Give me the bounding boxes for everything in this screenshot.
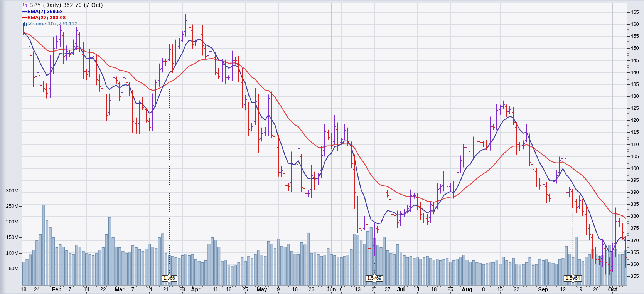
annotation-callout: 1.366 <box>162 275 177 282</box>
volume-axis-label: 200M <box>0 219 19 225</box>
date-axis-label: 14 <box>147 287 152 292</box>
ema27-swatch-icon <box>22 17 27 18</box>
volume-label: Volume 107,789,112 <box>28 21 78 27</box>
volume-axis-label: 50M <box>0 265 19 272</box>
date-axis-label: Jul <box>397 287 405 292</box>
price-axis-label: 385 <box>631 201 639 207</box>
date-axis-label: 6 <box>340 287 342 292</box>
date-axis-label: May <box>256 287 267 292</box>
annotation-callout: 1.5769 <box>365 275 383 282</box>
price-axis-label: 360 <box>631 261 639 267</box>
legend-ema27-row: EMA(27) 380.08 <box>22 14 103 20</box>
date-axis-label: 14 <box>84 287 89 292</box>
date-axis-label: 21 <box>163 287 169 292</box>
price-axis-label: 410 <box>631 141 639 148</box>
date-axis-label: 28 <box>180 287 185 292</box>
price-axis-label: 415 <box>631 129 639 135</box>
date-axis-label: 11 <box>213 287 218 292</box>
date-axis-label: 13 <box>355 287 361 292</box>
price-axis-label: 455 <box>631 33 639 39</box>
ema7-label: EMA(7) 369.58 <box>27 8 63 14</box>
price-axis-label: 430 <box>631 93 639 99</box>
date-axis-label: 7 <box>69 287 71 292</box>
date-axis-label: 25 <box>448 287 453 292</box>
price-axis-label: 405 <box>631 153 639 160</box>
date-axis-label: Oct <box>608 287 617 292</box>
date-axis-label: 25 <box>243 287 248 292</box>
legend-ema7-row: EMA(7) 369.58 <box>22 8 103 14</box>
date-axis-label: 16 <box>292 287 298 292</box>
ohlc-bars-icon <box>22 2 28 8</box>
volume-bars-icon <box>22 21 27 26</box>
price-axis-label: 380 <box>631 213 639 219</box>
date-axis-label: Mar <box>115 287 125 292</box>
date-axis-label: 22 <box>514 287 519 292</box>
price-axis-label: 460 <box>631 21 639 27</box>
price-axis-label: 375 <box>631 225 639 231</box>
price-axis-label: 365 <box>631 249 639 255</box>
price-axis-label: 425 <box>631 105 639 111</box>
top-bevel-edge <box>0 0 644 1</box>
date-axis-label: 18 <box>226 287 231 292</box>
symbol-title: SPY (Daily) 362.79 (7 Oct) <box>29 2 103 8</box>
date-axis-label: 21 <box>371 287 377 292</box>
date-axis-label: Sep <box>538 287 548 292</box>
volume-axis-label: 250M <box>0 203 19 209</box>
date-axis-label: Apr <box>191 287 200 292</box>
date-axis-label: 19 <box>577 287 582 292</box>
legend-symbol-row: SPY (Daily) 362.79 (7 Oct) <box>22 2 103 8</box>
price-axis-label: 420 <box>631 117 639 123</box>
price-axis-label: 465 <box>631 9 639 15</box>
price-volume-chart-canvas <box>0 0 644 294</box>
annotation-callout: 1.5964 <box>564 275 582 282</box>
price-axis-label: 445 <box>631 57 639 64</box>
date-axis-label: 11 <box>415 287 420 292</box>
ema7-swatch-icon <box>22 11 27 12</box>
date-axis-label: 27 <box>385 287 390 292</box>
price-axis-label: 395 <box>631 177 639 183</box>
volume-axis-label: 150M <box>0 234 19 240</box>
date-axis-label: Jun <box>327 287 336 292</box>
date-axis-label: 24 <box>34 287 39 292</box>
date-axis-label: Feb <box>52 287 62 292</box>
volume-axis-label: 300M <box>0 188 19 194</box>
date-axis-label: 9 <box>277 287 280 292</box>
date-axis-label: 7 <box>131 287 134 292</box>
price-axis-label: 435 <box>631 81 639 87</box>
price-axis-label: 355 <box>631 273 639 279</box>
date-axis-label: 12 <box>560 287 565 292</box>
ema27-label: EMA(27) 380.08 <box>27 15 66 20</box>
date-axis-label: 18 <box>21 287 26 292</box>
price-axis-label: 450 <box>631 45 639 51</box>
date-axis-label: 22 <box>100 287 106 292</box>
price-axis-label: 440 <box>631 69 639 76</box>
date-axis-label: 26 <box>593 287 598 292</box>
price-axis-label: 400 <box>631 165 639 171</box>
legend-volume-row: Volume 107,789,112 <box>22 20 103 27</box>
stockchart-page: SPY (Daily) 362.79 (7 Oct) EMA(7) 369.58… <box>0 0 644 294</box>
volume-axis-label: 100M <box>0 250 19 256</box>
price-axis-label: 370 <box>631 237 639 244</box>
date-axis-label: 15 <box>497 287 502 292</box>
price-axis-label: 390 <box>631 189 639 195</box>
date-axis-label: 23 <box>309 287 314 292</box>
date-axis-label: 18 <box>431 287 437 292</box>
date-axis-label: 8 <box>482 287 485 292</box>
date-axis-label: Aug <box>462 287 472 292</box>
chart-legend: SPY (Daily) 362.79 (7 Oct) EMA(7) 369.58… <box>22 2 103 27</box>
